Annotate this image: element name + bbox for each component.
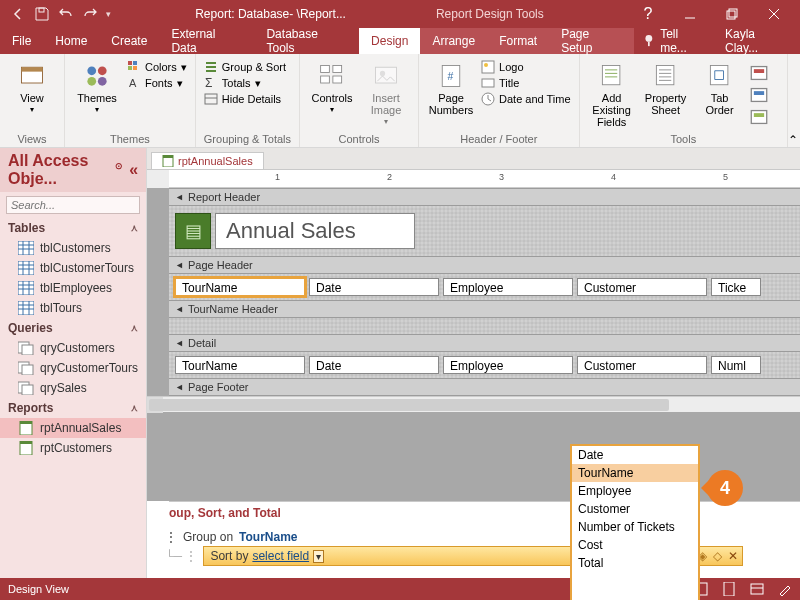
tab-page-setup[interactable]: Page Setup (549, 28, 634, 54)
nav-header[interactable]: All Access Obje... ⊙« (0, 148, 146, 192)
svg-rect-30 (602, 66, 620, 85)
document-tab-rptannualsales[interactable]: rptAnnualSales (151, 152, 264, 169)
nav-item-rptannualsales[interactable]: rptAnnualSales (0, 418, 146, 438)
section-report-header[interactable]: ◄Report Header (169, 188, 800, 206)
nav-item-rptcustomers[interactable]: rptCustomers (0, 438, 146, 458)
nav-item-tblcustomers[interactable]: tblCustomers (0, 238, 146, 258)
title-button[interactable]: Title (481, 76, 571, 90)
layout-view-icon[interactable] (750, 582, 764, 596)
popup-item-date[interactable]: Date (572, 446, 698, 464)
header-tourname[interactable]: TourName (175, 278, 305, 296)
tab-format[interactable]: Format (487, 28, 549, 54)
header-date[interactable]: Date (309, 278, 439, 296)
nav-item-tbltours[interactable]: tblTours (0, 298, 146, 318)
header-customer[interactable]: Customer (577, 278, 707, 296)
gst-group-line[interactable]: ⋮ Group on TourName (165, 530, 800, 544)
restore-button[interactable] (712, 0, 752, 28)
date-time-button[interactable]: Date and Time (481, 92, 571, 106)
section-page-header[interactable]: ◄Page Header (169, 256, 800, 274)
nav-item-qrycustomertours[interactable]: qryCustomerTours (0, 358, 146, 378)
popup-item-employee[interactable]: Employee (572, 482, 698, 500)
sort-field-select[interactable]: select field (252, 549, 309, 563)
group-sort-button[interactable]: Group & Sort (204, 60, 286, 74)
save-icon[interactable] (34, 6, 50, 22)
tab-design[interactable]: Design (359, 28, 420, 54)
nav-group-tables[interactable]: Tables⋏ (0, 218, 146, 238)
hide-details-button[interactable]: Hide Details (204, 92, 286, 106)
collapse-ribbon-icon[interactable]: ⌃ (788, 129, 800, 147)
add-existing-fields-button[interactable]: Add Existing Fields (588, 58, 636, 128)
page-numbers-button[interactable]: # Page Numbers (427, 58, 475, 116)
colors-button[interactable]: Colors ▾ (127, 60, 187, 74)
nav-item-tblemployees[interactable]: tblEmployees (0, 278, 146, 298)
popup-item-numtickets[interactable]: Number of Tickets (572, 518, 698, 536)
totals-button[interactable]: ΣTotals ▾ (204, 76, 286, 90)
nav-item-qrycustomers[interactable]: qryCustomers (0, 338, 146, 358)
tab-external-data[interactable]: External Data (159, 28, 254, 54)
design-view-icon[interactable] (778, 582, 792, 596)
detail-customer[interactable]: Customer (577, 356, 707, 374)
tab-create[interactable]: Create (99, 28, 159, 54)
nav-item-qrysales[interactable]: qrySales (0, 378, 146, 398)
gst-move-down-icon[interactable]: ◇ (713, 549, 722, 563)
section-page-footer[interactable]: ◄Page Footer (169, 378, 800, 396)
popup-item-tourname[interactable]: TourName (572, 464, 698, 482)
undo-icon[interactable] (58, 6, 74, 22)
header-tickets[interactable]: Ticke (711, 278, 761, 296)
detail-tourname[interactable]: TourName (175, 356, 305, 374)
themes-button[interactable]: Themes▾ (73, 58, 121, 115)
svg-rect-13 (128, 66, 132, 70)
nav-group-reports[interactable]: Reports⋏ (0, 398, 146, 418)
sort-field-dropdown-icon[interactable]: ▾ (313, 550, 324, 563)
popup-item-cost[interactable]: Cost (572, 536, 698, 554)
detail-date[interactable]: Date (309, 356, 439, 374)
nav-item-tblcustomertours[interactable]: tblCustomerTours (0, 258, 146, 278)
tell-me[interactable]: Tell me... (634, 28, 715, 54)
gst-delete-icon[interactable]: ✕ (728, 549, 738, 563)
help-button[interactable]: ? (628, 0, 668, 28)
popup-item-total[interactable]: Total (572, 554, 698, 572)
minimize-button[interactable] (670, 0, 710, 28)
view-code-icon[interactable] (750, 86, 768, 104)
section-tourname-header[interactable]: ◄TourName Header (169, 300, 800, 318)
fonts-button[interactable]: AFonts ▾ (127, 76, 187, 90)
property-sheet-button[interactable]: Property Sheet (642, 58, 690, 116)
svg-rect-42 (18, 301, 34, 315)
view-button[interactable]: View▾ (8, 58, 56, 115)
tab-database-tools[interactable]: Database Tools (254, 28, 359, 54)
tab-home[interactable]: Home (43, 28, 99, 54)
nav-left-icon[interactable] (10, 6, 26, 22)
nav-collapse-icon[interactable]: « (129, 161, 138, 179)
tab-order-button[interactable]: Tab Order (696, 58, 744, 116)
header-employee[interactable]: Employee (443, 278, 573, 296)
tab-file[interactable]: File (0, 28, 43, 54)
svg-rect-21 (333, 76, 342, 83)
search-input[interactable] (6, 196, 140, 214)
tab-arrange[interactable]: Arrange (420, 28, 487, 54)
group-grouping-totals: Group & Sort ΣTotals ▾ Hide Details Grou… (196, 54, 300, 147)
subreport-icon[interactable] (750, 64, 768, 82)
report-logo[interactable]: ▤ (175, 213, 211, 249)
close-button[interactable] (754, 0, 794, 28)
detail-employee[interactable]: Employee (443, 356, 573, 374)
report-title-control[interactable]: Annual Sales (215, 213, 415, 249)
popup-item-customer[interactable]: Customer (572, 500, 698, 518)
account-user[interactable]: Kayla Clay... (715, 28, 800, 54)
nav-dropdown-icon[interactable]: ⊙ (115, 161, 123, 179)
section-detail[interactable]: ◄Detail (169, 334, 800, 352)
convert-macros-icon[interactable] (750, 108, 768, 126)
svg-rect-17 (205, 94, 217, 104)
print-preview-icon[interactable] (722, 582, 736, 596)
nav-group-queries[interactable]: Queries⋏ (0, 318, 146, 338)
logo-button[interactable]: Logo (481, 60, 571, 74)
title-bar: ▾ Report: Database- \Report... Report De… (0, 0, 800, 28)
horizontal-scrollbar[interactable]: ◄ ► (147, 396, 800, 412)
svg-rect-32 (710, 66, 728, 85)
svg-text:A: A (129, 77, 137, 89)
design-canvas[interactable]: ◄Report Header ▤ Annual Sales ◄Page Head… (147, 188, 800, 501)
insert-image-button[interactable]: Insert Image▾ (362, 58, 410, 127)
detail-numtickets[interactable]: Numl (711, 356, 761, 374)
group-header-footer: # Page Numbers Logo Title Date and Time … (419, 54, 580, 147)
controls-gallery[interactable]: Controls▾ (308, 58, 356, 115)
redo-icon[interactable] (82, 6, 98, 22)
